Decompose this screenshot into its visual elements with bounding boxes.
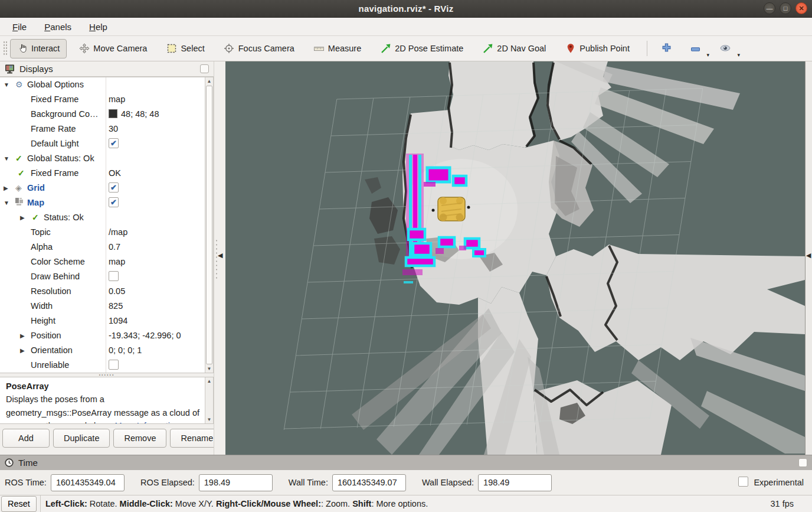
property-label: Fixed Frame	[31, 166, 78, 181]
checkbox-checked[interactable]: ✔	[109, 197, 119, 207]
expander-open-icon[interactable]: ▼	[4, 151, 9, 166]
property-value[interactable]: 30	[109, 122, 118, 136]
scroll-up-arrow-icon[interactable]: ▲	[205, 377, 213, 385]
property-value[interactable]: 825	[109, 299, 123, 314]
views-panel-collapsed-strip[interactable]: ◀	[805, 61, 812, 455]
tool-focus-camera[interactable]: Focus Camera	[217, 39, 302, 58]
ros-elapsed-input[interactable]	[199, 474, 273, 491]
property-value[interactable]: map	[109, 92, 125, 107]
property-value[interactable]	[109, 358, 119, 373]
tree-row-alpha[interactable]: Alpha0.7	[0, 240, 213, 255]
displays-panel-header[interactable]: Displays	[0, 61, 214, 77]
tool-measure[interactable]: Measure	[307, 39, 368, 58]
dropdown-arrow-icon[interactable]: ▾	[706, 52, 709, 58]
checkbox-unchecked[interactable]	[109, 271, 119, 281]
property-value[interactable]: ✔	[109, 181, 119, 195]
more-information-link[interactable]: More Information.	[115, 421, 182, 424]
expander-closed-icon[interactable]: ▶	[20, 343, 25, 358]
checkbox-checked[interactable]: ✔	[109, 182, 119, 193]
tree-row-fixed-frame[interactable]: ✓Fixed FrameOK	[0, 166, 213, 181]
tool-2d-pose-estimate[interactable]: 2D Pose Estimate	[374, 39, 470, 58]
ros-time-input[interactable]	[51, 474, 125, 491]
tree-row-status-ok[interactable]: ▶✓Status: Ok	[0, 210, 213, 225]
property-value[interactable]: ✔	[109, 136, 119, 151]
property-value[interactable]: /map	[109, 225, 127, 240]
scroll-up-arrow-icon[interactable]: ▲	[205, 77, 213, 85]
minimize-button[interactable]: —	[764, 2, 775, 14]
checkbox-unchecked[interactable]	[738, 477, 748, 487]
tree-row-draw-behind[interactable]: Draw Behind	[0, 269, 213, 284]
wall-elapsed-input[interactable]	[478, 474, 552, 491]
tree-row-background-co-[interactable]: Background Co…48; 48; 48	[0, 107, 213, 122]
tree-scrollbar[interactable]: ▲ ▼	[205, 77, 213, 373]
tool-interact[interactable]: Interact	[10, 39, 67, 58]
menu-file[interactable]: File	[6, 19, 33, 34]
remove-tool-button[interactable]: ▾	[686, 41, 705, 56]
tree-row-frame-rate[interactable]: Frame Rate30	[0, 122, 213, 136]
color-swatch[interactable]	[109, 109, 117, 118]
tree-row-fixed-frame[interactable]: Fixed Framemap	[0, 92, 213, 107]
collapse-right-arrow-icon[interactable]: ◀	[806, 252, 811, 259]
add-tool-button[interactable]	[657, 40, 676, 57]
property-value[interactable]: OK	[109, 166, 121, 181]
tree-row-map[interactable]: ▼Map✔	[0, 195, 213, 210]
tree-row-position[interactable]: ▶Position-19.343; -42.996; 0	[0, 328, 213, 343]
scroll-down-arrow-icon[interactable]: ▼	[205, 365, 213, 373]
description-title: PoseArray	[6, 380, 200, 393]
tree-row-global-status-ok[interactable]: ▼✓Global Status: Ok	[0, 151, 213, 166]
tool-select[interactable]: Select	[159, 39, 211, 58]
displays-float-button[interactable]	[200, 64, 209, 73]
tree-row-grid[interactable]: ▶◈Grid✔	[0, 181, 213, 195]
expander-open-icon[interactable]: ▼	[4, 77, 9, 92]
wall-time-label: Wall Time:	[289, 478, 328, 487]
expander-open-icon[interactable]: ▼	[4, 195, 9, 210]
tree-row-orientation[interactable]: ▶Orientation0; 0; 0; 1	[0, 343, 213, 358]
3d-viewport[interactable]	[225, 61, 805, 455]
property-value[interactable]: map	[109, 255, 125, 269]
close-button[interactable]: ✕	[795, 2, 807, 14]
titlebar[interactable]: navigation.rviz* - RViz — □ ✕	[0, 0, 812, 18]
tree-row-color-scheme[interactable]: Color Schememap	[0, 255, 213, 269]
property-value[interactable]: 0.05	[109, 284, 125, 299]
property-value[interactable]: ✔	[109, 195, 119, 210]
property-value[interactable]: 0.7	[109, 240, 120, 255]
tool-move-camera[interactable]: Move Camera	[72, 39, 154, 58]
tool-publish-point[interactable]: Publish Point	[558, 39, 637, 58]
tree-scrollbar-thumb[interactable]	[206, 86, 212, 364]
tool-2d-nav-goal[interactable]: 2D Nav Goal	[476, 39, 553, 58]
tree-row-default-light[interactable]: Default Light✔	[0, 136, 213, 151]
property-value[interactable]	[109, 269, 119, 284]
panel-view-splitter[interactable]: ◀	[214, 61, 225, 455]
tree-row-unreliable[interactable]: Unreliable	[0, 358, 213, 373]
time-panel-header[interactable]: Time	[0, 455, 812, 470]
time-float-button[interactable]	[798, 458, 807, 467]
description-scrollbar[interactable]: ▲ ▼	[205, 377, 213, 423]
property-value[interactable]: -19.343; -42.996; 0	[109, 328, 181, 343]
remove-button[interactable]: Remove	[113, 429, 166, 448]
expander-closed-icon[interactable]: ▶	[20, 210, 25, 225]
checkbox-unchecked[interactable]	[109, 360, 119, 370]
scroll-down-arrow-icon[interactable]: ▼	[205, 416, 213, 423]
checkbox-checked[interactable]: ✔	[109, 138, 119, 148]
add-button[interactable]: Add	[2, 429, 50, 448]
wall-time-input[interactable]	[332, 474, 406, 491]
expander-closed-icon[interactable]: ▶	[20, 328, 25, 343]
tool-visibility-button[interactable]: ▾	[715, 41, 736, 56]
tree-row-height[interactable]: Height1094	[0, 314, 213, 328]
property-value[interactable]: 0; 0; 0; 1	[109, 343, 142, 358]
expander-closed-icon[interactable]: ▶	[4, 181, 8, 195]
tree-row-topic[interactable]: Topic/map	[0, 225, 213, 240]
toolbar-drag-handle[interactable]	[3, 41, 7, 56]
menu-panels[interactable]: Panels	[38, 19, 78, 34]
property-value[interactable]: 1094	[109, 314, 127, 328]
tree-row-resolution[interactable]: Resolution0.05	[0, 284, 213, 299]
collapse-left-arrow-icon[interactable]: ◀	[218, 252, 222, 259]
reset-button[interactable]: Reset	[1, 496, 37, 512]
menu-help[interactable]: Help	[83, 19, 114, 34]
tree-row-width[interactable]: Width825	[0, 299, 213, 314]
tree-row-global-options[interactable]: ▼⚙Global Options	[0, 77, 213, 92]
dropdown-arrow-icon[interactable]: ▾	[737, 52, 740, 58]
maximize-button[interactable]: □	[780, 2, 791, 14]
property-value[interactable]: 48; 48; 48	[109, 107, 159, 122]
duplicate-button[interactable]: Duplicate	[53, 429, 110, 448]
